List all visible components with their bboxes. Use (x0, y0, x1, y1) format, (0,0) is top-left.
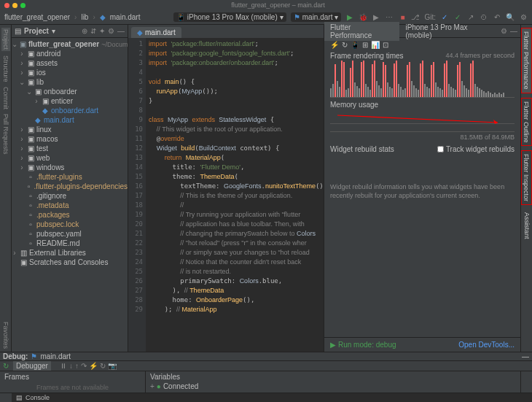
step-icon[interactable]: ↓ (69, 362, 73, 370)
editor-tab[interactable]: ◆ main.dart (131, 27, 181, 38)
git-rollback-icon[interactable]: ↶ (493, 13, 501, 22)
flutter-outline-tab[interactable]: Flutter Outline (521, 98, 532, 147)
tree-item[interactable]: ›▣macos (12, 134, 128, 144)
run-config-selector[interactable]: ⚑ main.dart ▾ (291, 12, 342, 22)
tree-item[interactable]: ›▣windows (12, 163, 128, 172)
step-icon[interactable]: ⚡ (89, 362, 98, 370)
memory-chart (330, 110, 515, 132)
stop-button[interactable]: ■ (398, 13, 407, 22)
memory-value: 81.5MB of 84.9MB (330, 134, 515, 141)
git-history-icon[interactable]: ⏲ (480, 13, 488, 22)
svg-line-0 (337, 115, 498, 123)
close-dot[interactable] (4, 3, 9, 8)
select-file-icon[interactable]: ⊕ (82, 27, 87, 35)
tree-item[interactable]: ▫.packages (12, 210, 128, 220)
chevron-down-icon: ▾ (335, 13, 338, 21)
tree-item[interactable]: ▫.gitignore (12, 191, 128, 201)
git-push-icon[interactable]: ↗ (466, 13, 475, 22)
editor-area: ◆ main.dart 1234567891011121314151617181… (128, 25, 324, 352)
tree-item[interactable]: ▫pubspec.yaml (12, 229, 128, 239)
project-tool-tab[interactable]: Project (1, 28, 10, 51)
chevron-down-icon: ▾ (280, 13, 283, 21)
step-icon[interactable]: ↻ (100, 362, 106, 370)
tree-item[interactable]: ⌄▣lib (12, 77, 128, 87)
pull-requests-tool-tab[interactable]: Pull Requests (2, 114, 9, 155)
debug-title: Debug: (3, 352, 28, 360)
perf-toolbar-icon[interactable]: ⊞ (362, 41, 368, 49)
tree-item[interactable]: ›▣android (12, 49, 128, 58)
code-area[interactable]: import 'package:flutter/material.dart'; … (146, 38, 324, 352)
coverage-button[interactable]: ▶ (372, 13, 380, 22)
open-devtools-link[interactable]: Open DevTools... (458, 341, 515, 349)
tree-item[interactable]: ›▣test (12, 144, 128, 153)
settings-icon[interactable]: ⚙ (519, 13, 528, 22)
frames-title: Frames (4, 373, 141, 381)
favorites-tool-tab[interactable]: Favorites (2, 322, 9, 349)
expand-icon[interactable]: ✦ (99, 27, 105, 35)
expand-icon[interactable]: + (150, 382, 154, 390)
profile-button[interactable]: ⋯ (385, 13, 394, 22)
tree-item[interactable]: ›▣ios (12, 68, 128, 77)
breadcrumb-project[interactable]: flutter_great_opener (4, 13, 70, 21)
settings-icon[interactable]: ⚙ (501, 27, 507, 35)
window-title: flutter_great_opener – main.dart (28, 1, 528, 9)
step-icon[interactable]: ↷ (81, 362, 87, 370)
perf-toolbar-icon[interactable]: ⚡ (330, 41, 339, 49)
search-icon[interactable]: 🔍 (506, 13, 515, 22)
step-icon[interactable]: ↑ (75, 362, 79, 370)
dart-file-icon: ◆ (100, 13, 106, 21)
breadcrumb-file[interactable]: main.dart (110, 13, 141, 21)
step-icon[interactable]: 📷 (108, 362, 117, 370)
tree-item[interactable]: ▫.flutter-plugins-dependencies (12, 182, 128, 191)
git-commit-icon[interactable]: ✓ (453, 13, 462, 22)
flutter-performance-tab[interactable]: Flutter Performance (521, 28, 532, 93)
assistant-tab[interactable]: Assistant (521, 209, 532, 242)
tree-item[interactable]: ›▣linux (12, 125, 128, 134)
tree-item[interactable]: ▫.metadata (12, 201, 128, 210)
window-titlebar: flutter_great_opener – main.dart (0, 0, 532, 10)
run-button[interactable]: ▶ (345, 13, 354, 22)
perf-toolbar-icon[interactable]: 📱 (351, 41, 359, 49)
chevron-down-icon[interactable]: ▾ (52, 27, 55, 35)
tree-item[interactable]: ›▣web (12, 153, 128, 163)
variable-row[interactable]: + ● Connected (150, 382, 516, 390)
settings-icon[interactable]: ⚙ (108, 27, 114, 35)
tree-item[interactable]: ▫README.md (12, 239, 128, 248)
commit-tool-tab[interactable]: Commit (2, 87, 9, 109)
tree-item[interactable]: ▫.flutter-plugins (12, 172, 128, 182)
tree-item[interactable]: ›▣enticer (12, 96, 128, 106)
minimize-dot[interactable] (12, 3, 17, 8)
track-rebuilds-checkbox[interactable]: Track widget rebuilds (437, 145, 515, 153)
run-mode-label: ▶Run mode: debug (330, 341, 396, 349)
perf-toolbar-icon[interactable]: ↻ (342, 41, 348, 49)
step-icon[interactable]: ⏸ (60, 362, 67, 370)
tree-item[interactable]: ◆main.dart (12, 115, 128, 125)
line-gutter[interactable]: 1234567891011121314151617181920212223242… (128, 38, 146, 352)
tree-item[interactable]: ▫pubspec.lock (12, 220, 128, 229)
structure-tool-tab[interactable]: Structure (2, 55, 9, 82)
right-tool-strip: Flutter Performance Flutter Outline Flut… (520, 25, 532, 352)
tree-item[interactable]: ⌄▣onboarder (12, 87, 128, 96)
git-branch-icon[interactable]: ⎇ (411, 13, 420, 22)
tree-item[interactable]: ›▣assets (12, 58, 128, 68)
git-update-icon[interactable]: ✓ (440, 13, 449, 22)
perf-toolbar-icon[interactable]: 📊 (371, 41, 380, 49)
tree-item[interactable]: ◆onboarder.dart (12, 106, 128, 115)
perf-toolbar-icon[interactable]: ⊡ (383, 41, 388, 49)
rerun-button[interactable]: ↻ (3, 362, 9, 370)
annotation-arrow (337, 114, 505, 124)
hide-icon[interactable]: — (522, 352, 529, 360)
collapse-icon[interactable]: ⇵ (90, 27, 96, 35)
folder-icon: ▤ (15, 27, 21, 35)
project-tree[interactable]: ⌄▣flutter_great_opener ~/Documents/logro… (12, 38, 128, 352)
zoom-dot[interactable] (20, 3, 26, 8)
debug-button[interactable]: 🐞 (359, 13, 367, 22)
hide-icon[interactable]: — (510, 27, 517, 35)
breadcrumb-folder[interactable]: lib (81, 13, 88, 21)
debugger-tab[interactable]: Debugger (13, 361, 51, 371)
hide-icon[interactable]: — (117, 27, 125, 35)
run-icon: ▶ (330, 341, 336, 349)
flutter-inspector-tab[interactable]: Flutter Inspector (521, 150, 532, 205)
device-selector[interactable]: 📱 iPhone 13 Pro Max (mobile) ▾ (173, 12, 286, 22)
console-title[interactable]: Console (26, 394, 50, 401)
